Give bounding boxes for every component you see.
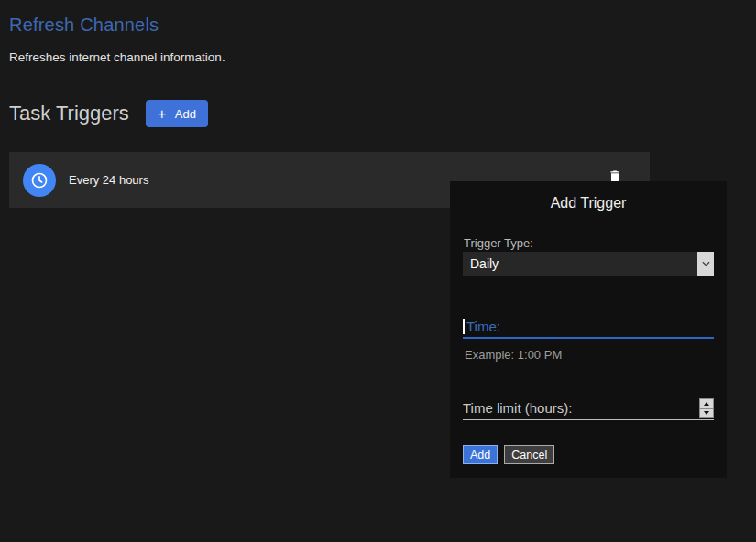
- page-description: Refreshes internet channel information.: [9, 50, 225, 64]
- trigger-type-selected-value: Daily: [463, 252, 714, 276]
- task-triggers-header: Task Triggers + Add: [9, 100, 208, 127]
- dialog-add-button[interactable]: Add: [463, 445, 498, 464]
- plus-icon: +: [158, 106, 167, 122]
- clock-icon: [30, 171, 49, 190]
- time-input-underline: [463, 337, 714, 339]
- add-trigger-button-label: Add: [175, 107, 196, 121]
- task-triggers-heading: Task Triggers: [9, 102, 129, 125]
- time-limit-label: Time limit (hours):: [463, 400, 572, 416]
- text-caret: [463, 319, 465, 334]
- time-limit-underline: [463, 419, 714, 420]
- trigger-avatar: [23, 164, 56, 197]
- spinner-up-icon: [704, 402, 709, 406]
- add-trigger-dialog: Add Trigger Trigger Type: Daily Time: Ex…: [450, 181, 727, 478]
- number-spinner: [699, 398, 714, 418]
- chevron-down-icon: [697, 252, 714, 276]
- time-helper-text: Example: 1:00 PM: [465, 348, 562, 362]
- time-input[interactable]: Time:: [463, 318, 714, 339]
- dialog-button-row: Add Cancel: [463, 445, 554, 464]
- spinner-down-button[interactable]: [700, 409, 713, 418]
- trigger-label: Every 24 hours: [69, 173, 148, 187]
- time-input-label: Time:: [466, 318, 500, 335]
- trigger-type-label: Trigger Type:: [464, 236, 533, 250]
- dialog-cancel-button[interactable]: Cancel: [504, 445, 554, 464]
- time-limit-input[interactable]: Time limit (hours):: [463, 399, 714, 420]
- spinner-down-icon: [704, 411, 709, 415]
- trigger-type-select[interactable]: Daily: [463, 252, 714, 276]
- spinner-up-button[interactable]: [700, 399, 713, 409]
- add-trigger-button[interactable]: + Add: [146, 100, 208, 127]
- dialog-title: Add Trigger: [450, 195, 727, 211]
- page-title: Refresh Channels: [9, 15, 159, 36]
